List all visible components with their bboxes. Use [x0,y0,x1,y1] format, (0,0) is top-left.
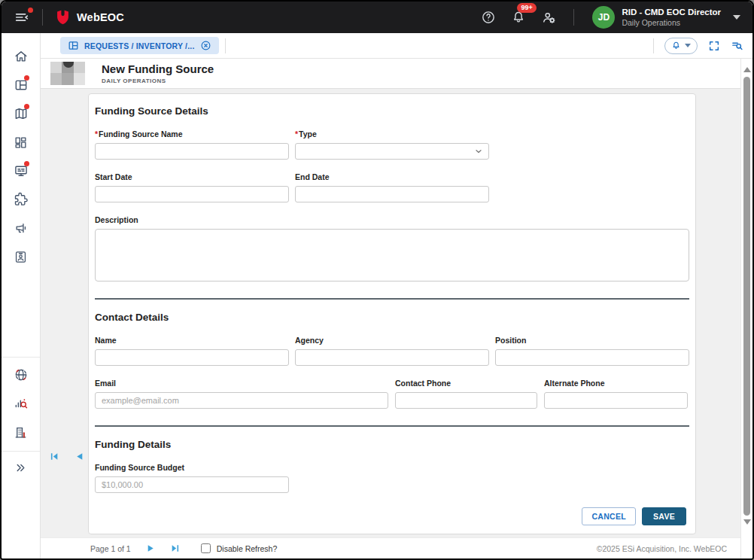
contact-phone-input[interactable] [395,392,537,409]
scroll-thumb[interactable] [743,77,750,516]
messages-alert-dot [24,161,29,166]
tab-divider [225,38,226,53]
sidebar-divider [2,451,40,452]
email-label: Email [95,379,388,388]
board-logo-blurred [50,62,85,85]
end-date-input[interactable] [295,186,489,202]
sidebar-item-maps[interactable] [2,99,40,128]
dashboard-icon [14,135,28,150]
start-date-input[interactable] [95,186,289,202]
agency-label: Agency [295,336,489,345]
contacts-icon [14,250,28,264]
funding-source-budget-label: Funding Source Budget [95,463,289,472]
globe-icon [14,367,29,382]
sidebar-item-messages[interactable] [2,157,40,185]
user-settings-icon[interactable] [541,10,557,26]
user-menu[interactable]: JD RID - CMD EOC Director Daily Operatio… [592,6,740,29]
menu-icon[interactable] [14,9,30,26]
bell-icon[interactable]: 99+ [511,10,526,25]
maps-alert-dot [24,104,29,109]
scrollbar [740,59,752,558]
alternate-phone-label: Alternate Phone [544,379,688,388]
alternate-phone-input[interactable] [544,392,688,409]
contact-phone-label: Contact Phone [395,379,537,388]
page-subtitle: DAILY OPERATIONS [102,78,214,84]
expand-sidebar-button[interactable] [2,453,40,482]
section-title-funding-details: Funding Details [95,439,689,450]
type-label: *Type [295,129,489,138]
sidebar-item-dashboard[interactable] [2,128,40,157]
board-header: New Funding Source DAILY OPERATIONS [41,59,740,89]
section-title-contact-details: Contact Details [95,312,689,323]
footer: Page 1 of 1 Disable Refresh? ©2025 ESi A… [41,537,740,558]
disable-refresh-label: Disable Refresh? [217,544,278,553]
close-tab-icon[interactable] [200,40,211,51]
brand-name: WebEOC [77,11,124,23]
sidebar [2,33,41,558]
webeoc-shield-logo [55,8,71,26]
email-input[interactable] [95,392,388,409]
scroll-down-icon[interactable] [743,519,751,525]
sidebar-item-plugins[interactable] [2,185,40,214]
avatar: JD [592,6,615,29]
sidebar-item-organization[interactable] [2,418,40,446]
cancel-button[interactable]: CANCEL [582,507,636,525]
disable-refresh-checkbox[interactable] [201,543,211,553]
tab-bar: REQUESTS / INVENTORY /... [41,33,752,59]
last-page-icon[interactable] [170,543,180,553]
page-title: New Funding Source [102,62,214,75]
next-page-icon[interactable] [146,543,156,553]
home-icon [14,49,29,64]
name-input[interactable] [95,349,289,366]
notifications-pill-icon [671,41,681,50]
section-title-funding-source-details: Funding Source Details [95,105,689,117]
chevron-down-icon [685,44,691,47]
topbar-divider [573,9,574,26]
funding-source-form: Funding Source Details *Funding Source N… [88,93,696,534]
type-select[interactable] [295,143,489,160]
start-date-label: Start Date [95,172,289,181]
user-role: Daily Operations [622,18,721,28]
notification-badge: 99+ [517,3,536,13]
sidebar-item-report-search[interactable] [2,389,40,418]
sidebar-item-boards[interactable] [2,71,40,99]
chevron-down-icon [733,15,740,20]
announcements-icon [14,221,29,236]
scroll-up-icon[interactable] [743,67,751,72]
menu-alert-dot [28,8,33,13]
save-button[interactable]: SAVE [642,507,686,525]
sidebar-item-home[interactable] [2,42,40,71]
help-icon[interactable] [481,10,496,25]
position-input[interactable] [495,349,689,366]
user-name: RID - CMD EOC Director [622,7,721,17]
sidebar-divider [2,357,40,358]
webeoc-window: WebEOC 99+ JD RID - CMD EOC Director Dai… [0,0,754,560]
funding-source-name-label: *Funding Source Name [95,129,289,138]
name-label: Name [95,336,289,345]
previous-page-icon[interactable] [74,452,84,461]
organization-icon [14,425,28,440]
sidebar-item-contacts[interactable] [2,242,40,271]
section-divider [95,425,689,427]
expand-sidebar-icon [14,461,27,474]
topbar-divider [42,9,43,26]
fullscreen-icon[interactable] [708,40,720,52]
description-textarea[interactable] [95,229,689,282]
tab-requests-inventory[interactable]: REQUESTS / INVENTORY /... [60,37,219,54]
first-page-icon[interactable] [50,452,59,461]
section-divider [95,298,689,300]
funding-source-name-input[interactable] [95,143,289,160]
notifications-pill-button[interactable] [664,38,698,54]
end-date-label: End Date [295,172,489,181]
tab-label: REQUESTS / INVENTORY /... [84,41,195,50]
sidebar-item-announcements[interactable] [2,214,40,242]
funding-source-budget-input[interactable] [95,476,289,493]
sidebar-item-globe[interactable] [2,361,40,389]
board-search-icon[interactable] [731,39,743,52]
copyright-text: ©2025 ESi Acquisition, Inc. WebEOC [597,544,727,553]
agency-input[interactable] [295,349,489,366]
page-indicator: Page 1 of 1 [90,544,131,553]
tabbar-divider [653,38,654,53]
report-search-icon [14,396,29,411]
chevron-down-icon [474,147,483,156]
